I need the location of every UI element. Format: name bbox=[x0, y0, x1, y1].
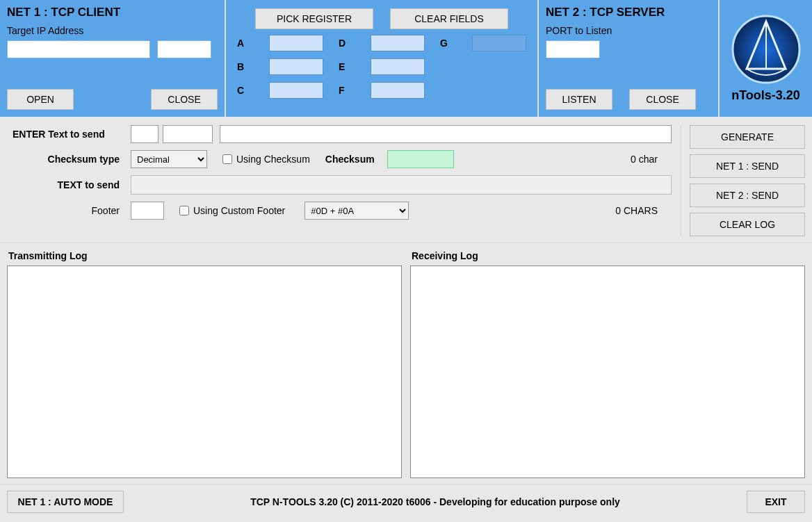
logs-section: Transmitting Log Receiving Log bbox=[0, 243, 812, 484]
footer-input[interactable] bbox=[131, 202, 164, 220]
exit-button[interactable]: EXIT bbox=[747, 491, 805, 513]
checksum-type-select[interactable]: Decimal bbox=[131, 150, 207, 168]
reg-e-label: E bbox=[339, 61, 355, 72]
using-checksum-checkbox-wrap[interactable]: Using Checksum bbox=[222, 154, 310, 165]
text-to-send-display bbox=[131, 175, 672, 195]
reg-c-input[interactable] bbox=[269, 82, 323, 99]
tx-log-title: Transmitting Log bbox=[8, 250, 402, 261]
footer-label: Footer bbox=[7, 205, 131, 216]
send-config-panel: ENTER Text to send Checksum type Decimal… bbox=[0, 117, 812, 243]
rx-log-box[interactable] bbox=[410, 266, 805, 478]
enter-text-label: ENTER Text to send bbox=[7, 129, 131, 140]
app-logo-icon bbox=[731, 15, 801, 84]
net1-open-button[interactable]: OPEN bbox=[7, 89, 74, 110]
reg-b-input[interactable] bbox=[269, 58, 323, 75]
tx-log-box[interactable] bbox=[7, 266, 402, 478]
reg-c-label: C bbox=[237, 85, 254, 96]
reg-g-label: G bbox=[440, 38, 457, 49]
top-panels: NET 1 : TCP CLIENT Target IP Address OPE… bbox=[0, 0, 812, 117]
reg-a-label: A bbox=[237, 38, 254, 49]
net1-auto-mode-button[interactable]: NET 1 : AUTO MODE bbox=[7, 491, 124, 513]
send-prefix2-input[interactable] bbox=[163, 125, 213, 143]
using-custom-footer-label: Using Custom Footer bbox=[193, 205, 285, 216]
chars-count: 0 CHARS bbox=[615, 205, 672, 216]
reg-b-label: B bbox=[237, 61, 254, 72]
net1-send-button[interactable]: NET 1 : SEND bbox=[690, 154, 805, 178]
net2-title: NET 2 : TCP SERVER bbox=[546, 6, 711, 19]
reg-d-input[interactable] bbox=[371, 35, 425, 51]
net1-close-button[interactable]: CLOSE bbox=[151, 89, 218, 110]
checksum-type-label: Checksum type bbox=[7, 154, 131, 165]
net2-port-input[interactable] bbox=[546, 40, 600, 58]
net1-ip-label: Target IP Address bbox=[7, 25, 218, 36]
footer-combo[interactable]: #0D + #0A bbox=[304, 202, 409, 220]
register-panel: PICK REGISTER CLEAR FIELDS A D G B E C F bbox=[226, 0, 539, 117]
reg-d-label: D bbox=[339, 38, 355, 49]
net2-close-button[interactable]: CLOSE bbox=[629, 89, 696, 110]
send-text-input[interactable] bbox=[220, 125, 672, 143]
footer-status: TCP N-TOOLS 3.20 (C) 2011-2020 t6006 - D… bbox=[132, 496, 738, 507]
text-to-send-label: TEXT to send bbox=[7, 179, 131, 190]
clear-fields-button[interactable]: CLEAR FIELDS bbox=[390, 8, 508, 29]
reg-g-input[interactable] bbox=[472, 35, 526, 51]
generate-button[interactable]: GENERATE bbox=[690, 125, 805, 149]
logo-panel: nTools-3.20 bbox=[720, 0, 812, 117]
checksum-label: Checksum bbox=[325, 154, 375, 165]
rx-log-title: Receiving Log bbox=[412, 250, 805, 261]
pick-register-button[interactable]: PICK REGISTER bbox=[255, 8, 373, 29]
net2-port-label: PORT to Listen bbox=[546, 25, 711, 36]
net1-ip-input[interactable] bbox=[7, 40, 150, 58]
using-checksum-label: Using Checksum bbox=[236, 154, 310, 165]
reg-e-input[interactable] bbox=[371, 58, 425, 75]
reg-f-input[interactable] bbox=[371, 82, 425, 99]
char-count: 0 char bbox=[631, 154, 672, 165]
checksum-value-input[interactable] bbox=[387, 150, 454, 168]
footer-bar: NET 1 : AUTO MODE TCP N-TOOLS 3.20 (C) 2… bbox=[0, 484, 812, 519]
using-custom-footer-checkbox[interactable] bbox=[179, 206, 189, 215]
net2-listen-button[interactable]: LISTEN bbox=[546, 89, 612, 110]
using-custom-footer-wrap[interactable]: Using Custom Footer bbox=[179, 205, 285, 216]
clear-log-button[interactable]: CLEAR LOG bbox=[690, 213, 805, 236]
reg-a-input[interactable] bbox=[269, 35, 323, 51]
net1-title: NET 1 : TCP CLIENT bbox=[7, 6, 218, 19]
using-checksum-checkbox[interactable] bbox=[222, 154, 232, 164]
net2-panel: NET 2 : TCP SERVER PORT to Listen LISTEN… bbox=[539, 0, 720, 117]
send-prefix1-input[interactable] bbox=[131, 125, 159, 143]
app-title: nTools-3.20 bbox=[731, 88, 800, 103]
net2-send-button[interactable]: NET 2 : SEND bbox=[690, 183, 805, 207]
net1-port-input[interactable] bbox=[157, 40, 211, 58]
net1-panel: NET 1 : TCP CLIENT Target IP Address OPE… bbox=[0, 0, 226, 117]
reg-f-label: F bbox=[339, 85, 355, 96]
action-buttons: GENERATE NET 1 : SEND NET 2 : SEND CLEAR… bbox=[680, 125, 805, 236]
